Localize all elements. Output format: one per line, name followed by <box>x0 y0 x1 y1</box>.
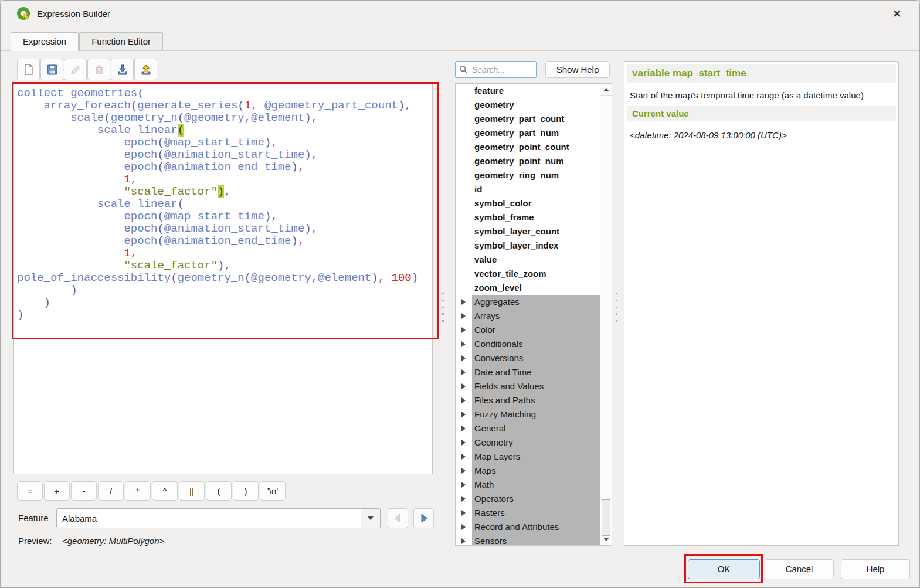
function-list: featuregeometrygeometry_part_countgeomet… <box>455 83 612 546</box>
code-line: scale_linear( <box>17 198 432 210</box>
variable-item-id[interactable]: id <box>456 182 600 196</box>
feature-select[interactable]: Alabama <box>56 508 381 528</box>
expand-arrow-icon[interactable] <box>461 313 466 319</box>
variable-item-geometry_part_num[interactable]: geometry_part_num <box>456 126 600 140</box>
function-group-sensors[interactable]: Sensors <box>456 534 600 546</box>
expand-arrow-icon[interactable] <box>461 355 466 361</box>
expand-arrow-icon[interactable] <box>461 299 466 305</box>
export-expressions-button[interactable] <box>134 59 157 80</box>
function-group-fuzzy-matching[interactable]: Fuzzy Matching <box>456 407 600 422</box>
current-value: <datetime: 2024-08-09 13:00:00 (UTC)> <box>624 123 898 147</box>
operator-button[interactable]: || <box>179 481 205 501</box>
variable-item-geometry_point_count[interactable]: geometry_point_count <box>456 140 600 154</box>
import-expressions-button[interactable] <box>111 59 134 80</box>
function-group-files-and-paths[interactable]: Files and Paths <box>456 393 600 407</box>
scrollbar-thumb[interactable] <box>602 499 610 536</box>
operator-button[interactable]: - <box>71 481 97 501</box>
expand-arrow-icon[interactable] <box>461 482 466 488</box>
splitter-handle-right[interactable] <box>615 293 617 322</box>
help-button[interactable]: Help <box>841 559 910 579</box>
new-expression-button[interactable] <box>17 59 40 80</box>
code-line: "scale_factor"), <box>17 260 432 272</box>
code-line: epoch(@animation_end_time), <box>17 161 432 174</box>
cancel-button[interactable]: Cancel <box>765 559 834 579</box>
code-line: epoch(@map_start_time), <box>17 210 432 223</box>
function-group-arrays[interactable]: Arrays <box>456 309 600 323</box>
variable-item-geometry_point_num[interactable]: geometry_point_num <box>456 154 600 168</box>
expand-arrow-icon[interactable] <box>461 440 466 446</box>
previous-feature-button[interactable] <box>388 508 408 528</box>
variable-item-symbol_layer_count[interactable]: symbol_layer_count <box>456 225 600 239</box>
tab-function-editor[interactable]: Function Editor <box>79 32 163 50</box>
code-line: pole_of_inaccessibility(geometry_n(@geom… <box>17 272 432 284</box>
function-group-conditionals[interactable]: Conditionals <box>456 337 600 351</box>
function-group-aggregates[interactable]: Aggregates <box>456 295 600 309</box>
expand-arrow-icon[interactable] <box>461 426 466 431</box>
function-group-map-layers[interactable]: Map Layers <box>456 450 600 464</box>
function-group-general[interactable]: General <box>456 422 600 436</box>
scroll-down-icon[interactable] <box>600 533 612 545</box>
variable-item-geometry[interactable]: geometry <box>456 98 600 112</box>
expand-arrow-icon[interactable] <box>461 454 466 460</box>
trash-icon <box>93 63 106 76</box>
function-group-date-and-time[interactable]: Date and Time <box>456 365 600 379</box>
next-feature-button[interactable] <box>413 508 434 528</box>
function-group-maps[interactable]: Maps <box>456 464 600 478</box>
list-scrollbar[interactable] <box>600 84 612 545</box>
show-help-button[interactable]: Show Help <box>545 61 610 78</box>
expand-arrow-icon[interactable] <box>461 496 466 502</box>
function-group-math[interactable]: Math <box>456 478 600 492</box>
variable-item-geometry_part_count[interactable]: geometry_part_count <box>456 112 600 126</box>
code-line: ) <box>17 297 432 309</box>
expand-arrow-icon[interactable] <box>461 341 466 347</box>
file-icon <box>22 63 35 76</box>
expand-arrow-icon[interactable] <box>461 468 466 474</box>
variable-item-vector_tile_zoom[interactable]: vector_tile_zoom <box>456 267 600 281</box>
qgis-logo-icon <box>16 6 32 22</box>
search-input[interactable]: Search... <box>455 61 537 78</box>
function-group-fields-and-values[interactable]: Fields and Values <box>456 379 600 393</box>
operator-button[interactable]: = <box>17 481 43 501</box>
operator-button[interactable]: + <box>44 481 70 501</box>
expand-arrow-icon[interactable] <box>461 510 466 516</box>
operator-button[interactable]: '\n' <box>260 481 286 501</box>
variable-item-zoom_level[interactable]: zoom_level <box>456 281 600 295</box>
window-title: Expression Builder <box>37 9 110 19</box>
expand-arrow-icon[interactable] <box>461 397 466 403</box>
code-line: epoch(@animation_end_time), <box>17 235 432 247</box>
operator-button[interactable]: ( <box>206 481 232 501</box>
search-placeholder: Search... <box>472 65 505 74</box>
variable-item-symbol_frame[interactable]: symbol_frame <box>456 210 600 225</box>
variable-item-value[interactable]: value <box>456 253 600 267</box>
function-group-record-and-attributes[interactable]: Record and Attributes <box>456 520 600 534</box>
function-group-geometry[interactable]: Geometry <box>456 436 600 450</box>
expand-arrow-icon[interactable] <box>461 369 466 375</box>
save-expression-button[interactable] <box>40 59 63 80</box>
scroll-up-icon[interactable] <box>600 84 612 96</box>
variable-item-geometry_ring_num[interactable]: geometry_ring_num <box>456 168 600 182</box>
close-icon[interactable]: ✕ <box>885 5 909 23</box>
ok-button[interactable]: OK <box>688 559 760 579</box>
operator-button[interactable]: * <box>125 481 151 501</box>
expand-arrow-icon[interactable] <box>461 327 466 333</box>
expand-arrow-icon[interactable] <box>461 524 466 530</box>
chevron-down-icon[interactable] <box>361 509 380 528</box>
variable-item-symbol_color[interactable]: symbol_color <box>456 196 600 210</box>
expand-arrow-icon[interactable] <box>461 383 466 389</box>
expression-editor[interactable]: collect_geometries( array_foreach(genera… <box>13 84 433 474</box>
operator-button[interactable]: / <box>98 481 124 501</box>
code-line: 1, <box>17 174 432 186</box>
expression-toolbar <box>17 59 157 80</box>
variable-item-symbol_layer_index[interactable]: symbol_layer_index <box>456 239 600 253</box>
variable-item-feature[interactable]: feature <box>456 84 600 98</box>
splitter-handle-left[interactable] <box>442 293 444 322</box>
function-group-operators[interactable]: Operators <box>456 492 600 506</box>
operator-button[interactable]: ) <box>233 481 259 501</box>
expand-arrow-icon[interactable] <box>461 412 466 417</box>
function-group-rasters[interactable]: Rasters <box>456 506 600 520</box>
expand-arrow-icon[interactable] <box>461 538 466 544</box>
function-group-conversions[interactable]: Conversions <box>456 351 600 365</box>
function-group-color[interactable]: Color <box>456 323 600 337</box>
operator-button[interactable]: ^ <box>152 481 178 501</box>
tab-expression[interactable]: Expression <box>11 32 79 51</box>
